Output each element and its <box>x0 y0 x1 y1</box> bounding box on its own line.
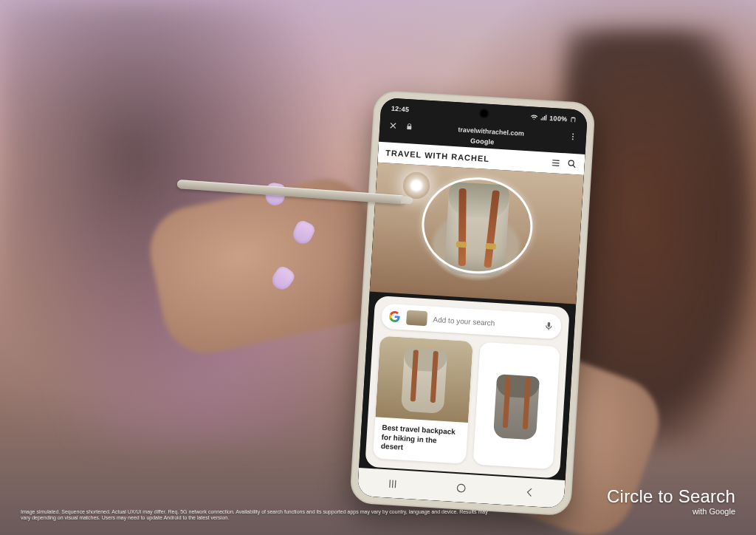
overflow-menu-icon[interactable] <box>568 132 578 142</box>
branding-title: Circle to Search <box>607 486 735 507</box>
wifi-icon <box>530 113 538 121</box>
search-placeholder[interactable]: Add to your search <box>433 315 537 330</box>
svg-point-2 <box>572 138 574 140</box>
result-card[interactable] <box>473 342 560 469</box>
search-icon[interactable] <box>566 158 577 169</box>
result-image <box>375 335 473 423</box>
status-time: 12:45 <box>391 105 410 113</box>
feature-branding: Circle to Search with Google <box>607 486 735 516</box>
article-hero-image[interactable] <box>370 163 584 304</box>
nav-recents-button[interactable] <box>384 475 401 492</box>
search-results-grid: Best travel backpack for hiking in the d… <box>373 335 560 468</box>
branding-subtitle: with Google <box>607 507 735 516</box>
lock-icon <box>405 122 414 132</box>
stylus-tip-glow <box>403 172 430 199</box>
close-icon[interactable] <box>388 121 398 131</box>
result-caption: Best travel backpack for hiking in the d… <box>373 417 469 463</box>
ad-scene: 12:45 100% travelwithrachel.com <box>0 0 756 535</box>
query-image-chip[interactable] <box>406 310 427 327</box>
result-card[interactable]: Best travel backpack for hiking in the d… <box>373 335 473 463</box>
status-battery: 100% <box>549 115 568 123</box>
result-image <box>474 348 560 463</box>
phone-screen[interactable]: 12:45 100% travelwithrachel.com <box>357 98 588 508</box>
svg-point-3 <box>568 160 574 166</box>
search-results-sheet[interactable]: Add to your search Best travel backpack … <box>365 296 570 479</box>
nav-back-button[interactable] <box>521 484 538 501</box>
svg-point-0 <box>572 133 574 134</box>
nav-home-button[interactable] <box>453 480 470 497</box>
google-logo-icon <box>388 310 401 323</box>
battery-icon <box>569 116 577 124</box>
status-right-cluster: 100% <box>530 113 577 123</box>
signal-icon <box>540 114 548 122</box>
mic-icon[interactable] <box>543 321 554 332</box>
legal-disclaimer: Image simulated. Sequence shortened. Act… <box>21 509 490 522</box>
svg-point-1 <box>572 136 574 137</box>
search-input-pill[interactable]: Add to your search <box>381 304 563 340</box>
backpack-thumb <box>396 344 452 414</box>
phone-device: 12:45 100% travelwithrachel.com <box>349 89 596 516</box>
svg-point-4 <box>457 484 465 492</box>
hamburger-menu-icon[interactable] <box>550 157 561 168</box>
backpack-thumb <box>489 371 544 440</box>
